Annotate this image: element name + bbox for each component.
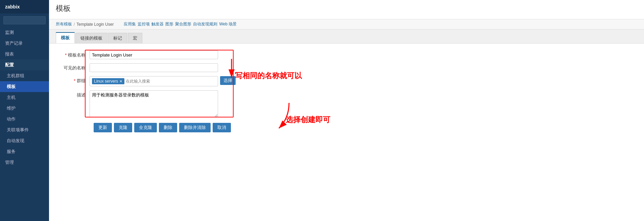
sidebar-item-services[interactable]: 服务	[0, 146, 49, 157]
groups-tag-area[interactable]: Linux servers ✕	[90, 76, 218, 86]
tab-template[interactable]: 模板	[56, 32, 75, 43]
clone-button[interactable]: 克隆	[114, 123, 132, 132]
sub-nav-web[interactable]: Web 场景	[219, 21, 237, 27]
description-label: 描述	[56, 90, 90, 98]
group-search-input[interactable]	[126, 79, 176, 84]
sub-nav-aggregate-graphs[interactable]: 聚合图形	[175, 21, 191, 27]
update-button[interactable]: 更新	[94, 123, 112, 132]
main-content: 模板 所有模板 / Template Login User 应用集 监控项 触发…	[49, 0, 644, 221]
template-name-row: * 模板名称	[56, 50, 637, 59]
breadcrumb: 所有模板 / Template Login User 应用集 监控项 触发器 图…	[49, 19, 644, 29]
brand-logo: zabbix	[0, 0, 49, 14]
delete-button[interactable]: 删除	[159, 123, 177, 132]
visible-name-label: 可见的名称	[56, 63, 90, 71]
sidebar-item-hosts[interactable]: 主机	[0, 92, 49, 103]
delete-clear-button[interactable]: 删除并清除	[179, 123, 211, 132]
group-tag-linux-servers: Linux servers ✕	[92, 78, 124, 84]
sidebar-item-assets[interactable]: 资产记录	[0, 38, 49, 49]
sidebar-item-host-groups[interactable]: 主机群组	[0, 70, 49, 81]
select-group-button[interactable]: 选择	[220, 76, 236, 85]
sidebar: zabbix 监测 资产记录 报表 配置 主机群组 模板 主机 维护 动作 关联…	[0, 0, 49, 221]
sidebar-item-maintenance[interactable]: 维护	[0, 103, 49, 114]
sidebar-item-templates[interactable]: 模板	[0, 81, 49, 92]
tab-macros[interactable]: 宏	[128, 33, 142, 43]
breadcrumb-root[interactable]: 所有模板	[56, 21, 72, 27]
sidebar-item-corr-events[interactable]: 关联项事件	[0, 125, 49, 135]
page-title: 模板	[56, 3, 637, 14]
visible-name-input[interactable]	[90, 63, 218, 72]
tab-linked-templates[interactable]: 链接的模板	[75, 33, 108, 43]
form-body: * 模板名称 可见的名称 * 群组 Linux servers ✕	[49, 44, 644, 221]
breadcrumb-current: Template Login User	[76, 22, 114, 27]
groups-row: * 群组 Linux servers ✕ 选择	[56, 76, 637, 86]
sidebar-item-config[interactable]: 配置	[0, 60, 49, 70]
group-tag-close[interactable]: ✕	[119, 79, 122, 84]
groups-label: * 群组	[56, 76, 90, 84]
description-textarea[interactable]	[90, 90, 218, 117]
description-row: 描述	[56, 90, 637, 117]
sidebar-item-discovery[interactable]: 自动发现	[0, 135, 49, 146]
visible-name-row: 可见的名称	[56, 63, 637, 72]
breadcrumb-sep: /	[74, 22, 75, 27]
sub-nav-auto-discovery[interactable]: 自动发现规则	[193, 21, 217, 27]
sidebar-item-monitoring[interactable]: 监测	[0, 27, 49, 38]
sub-nav-triggers[interactable]: 触发器	[151, 21, 164, 27]
tab-tags[interactable]: 标记	[108, 33, 127, 43]
full-clone-button[interactable]: 全克隆	[134, 123, 157, 132]
page-tabs: 模板 链接的模板 标记 宏	[49, 29, 644, 44]
sub-nav-graphs[interactable]: 图形	[165, 21, 173, 27]
group-tag-label: Linux servers	[94, 79, 118, 84]
action-buttons: 更新 克隆 全克隆 删除 删除并清除 取消	[94, 123, 637, 132]
sidebar-item-admin[interactable]: 管理	[0, 157, 49, 168]
form-area: * 模板名称 可见的名称 * 群组 Linux servers ✕	[49, 44, 644, 139]
sidebar-item-reports[interactable]: 报表	[0, 49, 49, 60]
template-name-label: * 模板名称	[56, 50, 90, 58]
sidebar-item-actions[interactable]: 动作	[0, 114, 49, 125]
page-header: 模板	[49, 0, 644, 19]
sub-nav-applications[interactable]: 应用集	[124, 21, 136, 27]
required-star: *	[65, 52, 68, 58]
template-name-input[interactable]	[90, 50, 218, 59]
cancel-button[interactable]: 取消	[213, 123, 231, 132]
sidebar-search[interactable]	[3, 16, 46, 24]
sub-nav-monitors[interactable]: 监控项	[138, 21, 150, 27]
